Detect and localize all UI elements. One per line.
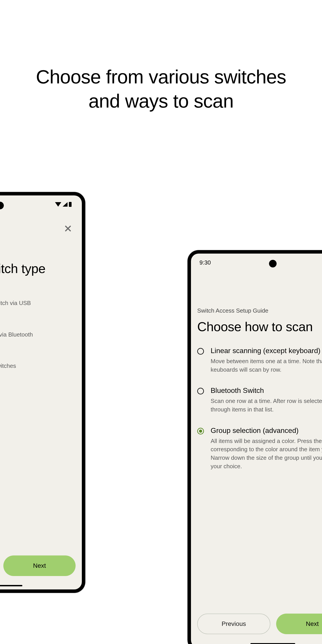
option-desc: All items will be assigned a color. Pres… (211, 437, 322, 471)
option-title: USB Switch (0, 288, 76, 297)
option-desc: Move between items one at a time. Note t… (211, 357, 322, 374)
close-icon[interactable] (64, 224, 72, 232)
option-title: Linear scanning (except keyboard) (211, 346, 322, 355)
home-indicator (250, 643, 295, 644)
status-bar: 9:30 (191, 254, 322, 272)
option-desc: Physically connect a switch via USB (0, 299, 76, 308)
status-time: 9:30 (200, 259, 211, 266)
option-camera-switch[interactable]: Camera Switch Use facial gesture as swit… (0, 351, 76, 370)
option-bluetooth-switch[interactable]: Bluetooth Switch Pair a switch wirelessl… (0, 320, 76, 339)
wizard-footer: Previous Next (0, 556, 82, 576)
option-title: Camera Switch (0, 351, 76, 360)
option-usb-switch[interactable]: USB Switch Physically connect a switch v… (0, 288, 76, 308)
wizard-subtitle: witch Access Setup Guide (0, 249, 76, 256)
option-title: Bluetooth Switch (0, 320, 76, 328)
battery-icon (69, 202, 72, 207)
option-linear-scanning[interactable]: Linear scanning (except keyboard) Move b… (197, 346, 322, 374)
radio-selected-icon (197, 428, 204, 434)
option-row-column[interactable]: Bluetooth Switch Scan one row at a time.… (197, 386, 322, 414)
page-headline: Choose from various switches and ways to… (0, 65, 322, 113)
option-group-selection[interactable]: Group selection (advanced) All items wil… (197, 426, 322, 471)
headline-line-2: and ways to scan (0, 89, 322, 113)
next-button[interactable]: Next (276, 614, 322, 634)
option-desc: Scan one row at a time. After row is sel… (211, 397, 322, 414)
home-indicator (0, 585, 22, 586)
signal-icon (62, 202, 68, 206)
next-button[interactable]: Next (3, 556, 76, 576)
headline-line-1: Choose from various switches (0, 65, 322, 89)
option-desc: Pair a switch wirelessly via Bluetooth (0, 330, 76, 339)
status-bar: 0 (0, 196, 82, 213)
page-title: Choose how to scan (197, 319, 322, 334)
previous-button[interactable]: Previous (197, 614, 270, 634)
phone-frame-scan-method: 9:30 Switch Access Setup Guide Choose ho… (188, 250, 322, 644)
option-title: Bluetooth Switch (211, 386, 322, 395)
wifi-icon (55, 202, 61, 206)
wizard-footer: Previous Next (191, 614, 322, 634)
radio-unselected-icon (197, 388, 204, 394)
radio-unselected-icon (197, 348, 204, 355)
front-camera-dot (269, 260, 276, 268)
phone-frame-switch-type: 0 witch Access Setup Guide Choose a swit… (0, 192, 85, 592)
wizard-subtitle: Switch Access Setup Guide (197, 307, 322, 314)
option-title: Group selection (advanced) (211, 426, 322, 435)
page-title: Choose a switch type (0, 261, 76, 276)
option-desc: Use facial gesture as switches (0, 362, 76, 370)
